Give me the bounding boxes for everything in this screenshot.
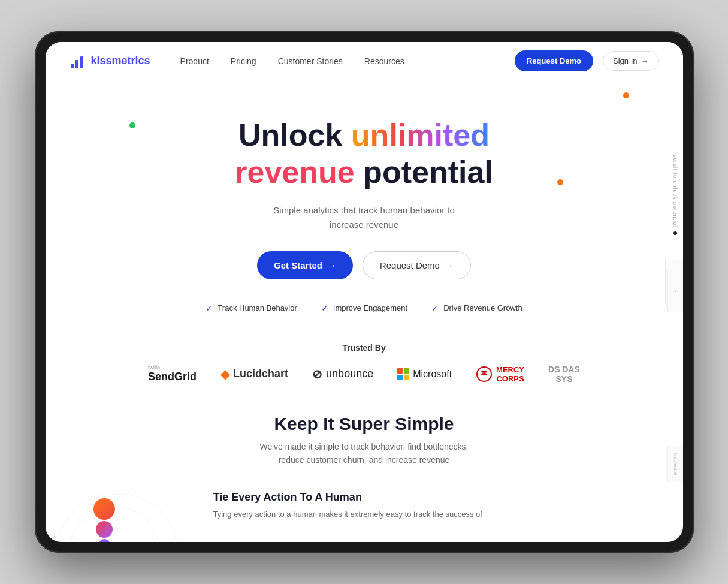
feature-revenue-label: Drive Revenue Growth <box>443 303 522 312</box>
svg-rect-1 <box>75 60 78 68</box>
side-panel-bottom-text: k potential <box>673 453 678 475</box>
microsoft-grid-icon <box>397 368 409 380</box>
side-panel-bottom: k potential <box>667 446 683 482</box>
request-demo-arrow-icon: → <box>445 260 454 270</box>
check-icon-engage: ✓ <box>321 303 328 313</box>
subtitle-line1: Simple analytics that track human behavi… <box>273 205 455 215</box>
mercycorps-label: MERCYCORPS <box>496 365 524 383</box>
sendgrid-label: SendGrid <box>148 371 197 383</box>
tie-title: Tie Every Action To A Human <box>213 491 659 504</box>
hero-features: ✓ Track Human Behavior ✓ Improve Engagem… <box>58 303 671 313</box>
hero-buttons: Get Started → Request Demo → <box>58 251 671 279</box>
mercycorps-icon <box>476 366 493 383</box>
request-demo-nav-button[interactable]: Request Demo <box>515 50 593 71</box>
tablet-frame: kissmetrics Product Pricing Customer Sto… <box>35 31 694 553</box>
feature-engage: ✓ Improve Engagement <box>321 303 407 313</box>
check-icon-track: ✓ <box>206 303 213 313</box>
lucidchart-label: Lucidchart <box>233 368 288 380</box>
title-word-potential: potential <box>355 155 493 189</box>
nav-pricing[interactable]: Pricing <box>231 56 256 66</box>
twilio-label: twilio <box>148 365 160 371</box>
trusted-section: Trusted By twilio SendGrid ◆ Lucidchart … <box>46 331 683 402</box>
bottom-text: Tie Every Action To A Human Tying every … <box>213 491 659 542</box>
decorative-dot-orange-right <box>557 179 563 185</box>
subtitle-line2: increase revenue <box>330 219 398 230</box>
simple-subtitle: We've made it simple to track behavior, … <box>70 440 659 467</box>
bottom-section: Tie Every Action To A Human Tying every … <box>46 479 683 542</box>
feature-engage-label: Improve Engagement <box>333 303 407 312</box>
navbar: kissmetrics Product Pricing Customer Sto… <box>46 42 683 80</box>
get-started-button[interactable]: Get Started → <box>257 251 353 279</box>
ms-square-green <box>404 368 409 374</box>
arc-outer <box>58 494 177 542</box>
trusted-title: Trusted By <box>70 343 659 353</box>
feature-track-label: Track Human Behavior <box>218 303 297 312</box>
nav-customer-stories[interactable]: Customer Stories <box>278 56 343 66</box>
circle-medium <box>96 521 113 538</box>
get-started-arrow-icon: → <box>327 260 336 270</box>
svg-rect-2 <box>80 56 83 68</box>
nav-links: Product Pricing Customer Stories Resourc… <box>180 56 515 66</box>
svg-rect-0 <box>71 64 74 68</box>
simple-title: Keep It Super Simple <box>70 414 659 434</box>
decorative-dot-orange-top <box>623 92 629 98</box>
lucidchart-icon: ◆ <box>220 367 229 381</box>
logo[interactable]: kissmetrics <box>70 53 150 70</box>
circle-small <box>98 539 110 542</box>
feature-track: ✓ Track Human Behavior <box>206 303 297 313</box>
tie-description: Tying every action to a human makes it e… <box>213 508 659 520</box>
sign-in-button[interactable]: Sign In → <box>603 51 658 71</box>
ds-label: DS DASSYS <box>548 365 580 384</box>
hero-section: Unlock unlimited revenue potential Simpl… <box>46 80 683 331</box>
side-panel-arrow: › <box>674 288 676 294</box>
ms-square-blue <box>397 375 403 380</box>
unbounce-logo: ⊘ unbounce <box>312 367 373 381</box>
microsoft-logo: Microsoft <box>397 368 452 380</box>
check-icon-revenue: ✓ <box>431 303 439 313</box>
hero-title: Unlock unlimited revenue potential <box>185 116 544 191</box>
sign-in-label: Sign In <box>613 56 637 65</box>
logo-text: kissmetrics <box>91 55 150 67</box>
unbounce-icon: ⊘ <box>312 367 322 381</box>
scroll-dot <box>673 231 677 235</box>
sign-in-arrow-icon: → <box>641 56 649 65</box>
simple-section: Keep It Super Simple We've made it simpl… <box>46 402 683 479</box>
nav-product[interactable]: Product <box>180 56 209 66</box>
request-demo-label: Request Demo <box>380 260 440 270</box>
ds-logo: DS DASSYS <box>548 365 580 384</box>
scroll-text: scroll to unlock potential <box>672 155 678 228</box>
side-panel: › <box>667 270 683 312</box>
decorative-dot-green <box>129 122 135 128</box>
mercycorps-logo: MERCYCORPS <box>476 365 524 383</box>
simple-subtitle-line2: reduce customer churn, and increase reve… <box>279 455 450 465</box>
tablet-screen: kissmetrics Product Pricing Customer Sto… <box>46 42 683 542</box>
scroll-line <box>675 239 675 257</box>
ms-square-yellow <box>404 375 409 380</box>
nav-actions: Request Demo Sign In → <box>515 50 659 71</box>
ms-square-red <box>397 368 403 374</box>
lucidchart-logo: ◆ Lucidchart <box>220 367 288 381</box>
stacked-circles <box>93 498 115 542</box>
get-started-label: Get Started <box>274 260 322 270</box>
microsoft-label: Microsoft <box>413 369 452 380</box>
feature-revenue: ✓ Drive Revenue Growth <box>431 303 522 313</box>
unbounce-label: unbounce <box>326 368 373 380</box>
circle-large <box>93 498 115 520</box>
title-word-unlimited: unlimited <box>351 118 490 152</box>
simple-subtitle-line1: We've made it simple to track behavior, … <box>260 442 469 451</box>
logos-row: twilio SendGrid ◆ Lucidchart ⊘ unbounce <box>70 365 659 384</box>
sendgrid-logo: twilio SendGrid <box>148 365 197 383</box>
bottom-graphic <box>70 491 189 542</box>
title-word-revenue: revenue <box>235 155 354 189</box>
nav-resources[interactable]: Resources <box>364 56 404 66</box>
hero-subtitle: Simple analytics that track human behavi… <box>58 203 671 232</box>
title-word-unlock: Unlock <box>238 118 351 152</box>
scroll-indicator: scroll to unlock potential <box>672 155 678 257</box>
request-demo-hero-button[interactable]: Request Demo → <box>363 251 471 279</box>
